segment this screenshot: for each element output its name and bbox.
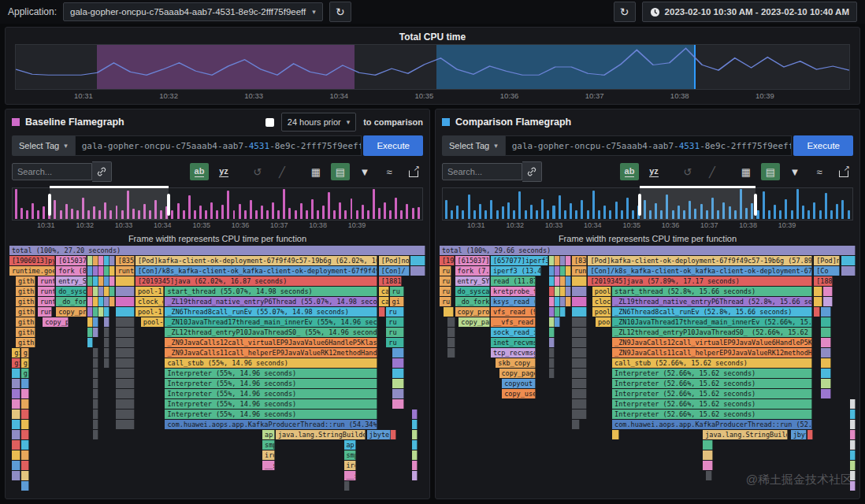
flame-cell[interactable]: ru — [386, 338, 403, 347]
flame-cell[interactable] — [110, 276, 115, 286]
flame-cell[interactable] — [116, 369, 135, 378]
flame-cell[interactable] — [93, 348, 98, 358]
flame-cell[interactable] — [821, 307, 832, 317]
flame-cell[interactable]: vfs_read (9. — [491, 307, 536, 317]
flame-cell[interactable]: copy_pag — [458, 317, 490, 327]
baseline-query-input[interactable]: gala-gopher-oncpu-c75aaab4-aab7-4531-8e9… — [75, 135, 362, 156]
comparison-search-input[interactable] — [442, 163, 522, 180]
flame-cell[interactable]: __vfs_read ( — [491, 317, 536, 327]
flame-cell[interactable] — [447, 348, 456, 358]
flame-cell[interactable]: runti — [572, 266, 587, 276]
flame-cell[interactable]: [Con]/k8s_kafka-client-ok_kafka-client-o… — [588, 266, 811, 276]
app-refresh-button[interactable]: ↻ — [329, 2, 351, 22]
flame-cell[interactable]: [Con]/k8s_kafka-client-ok_kafka-client-o… — [136, 266, 377, 276]
flame-cell[interactable] — [116, 420, 135, 429]
flame-cell[interactable] — [572, 276, 587, 286]
flame-cell[interactable] — [116, 389, 135, 398]
flame-cell[interactable]: kretprobe_tr — [491, 287, 536, 296]
flame-cell[interactable]: Interpreter (52.66%, 15.62 seconds) — [612, 369, 811, 378]
flame-cell[interactable]: tcp_recvmsg — [491, 348, 536, 358]
flame-cell[interactable] — [379, 307, 385, 317]
flame-cell[interactable] — [21, 399, 30, 409]
flame-cell[interactable]: github — [16, 317, 35, 327]
flame-cell[interactable]: ru — [440, 287, 451, 296]
flame-cell[interactable] — [12, 440, 20, 450]
flame-cell[interactable] — [110, 256, 115, 265]
flame-cell[interactable]: runti — [116, 266, 135, 276]
highlight-icon[interactable]: ╱ — [273, 163, 291, 180]
flame-cell[interactable] — [12, 450, 20, 460]
flame-cell[interactable] — [412, 420, 418, 429]
table-view-icon[interactable]: ▦ — [306, 163, 325, 180]
flame-cell[interactable] — [814, 307, 819, 317]
flame-cell[interactable] — [823, 297, 833, 306]
flame-cell[interactable] — [612, 430, 618, 439]
flame-cell[interactable] — [447, 317, 456, 327]
flame-cell[interactable]: ru — [440, 276, 451, 286]
flame-cell[interactable] — [104, 328, 110, 337]
flame-cell[interactable]: copyout ( — [502, 379, 536, 388]
flame-cell[interactable]: [18813 — [379, 276, 403, 286]
flame-cell[interactable]: pool-1- — [136, 287, 164, 296]
flame-cell[interactable]: java.lang.StringBuilder::appe — [703, 430, 788, 439]
flame-cell[interactable] — [12, 410, 20, 419]
flame-cell[interactable]: ru — [386, 317, 403, 327]
flame-cell[interactable] — [104, 317, 110, 327]
flame-cell[interactable]: _ZN9JavaCalls11call_helperEP9JavaValueRK… — [612, 348, 811, 358]
sandwich-view-icon[interactable]: ▤ — [761, 163, 780, 180]
flame-cell[interactable] — [93, 369, 98, 378]
flame-cell[interactable]: Interpreter (55%, 14.96 seconds) — [165, 389, 377, 398]
flame-cell[interactable] — [572, 420, 581, 429]
flame-cell[interactable] — [116, 287, 135, 296]
flame-cell[interactable]: [Pod]n — [814, 256, 840, 265]
flame-cell[interactable] — [87, 338, 93, 347]
flame-cell[interactable] — [821, 358, 832, 368]
flame-cell[interactable] — [344, 481, 351, 491]
diff-view-icon[interactable]: ≈ — [380, 163, 399, 180]
baseline-link-button[interactable] — [92, 161, 112, 182]
flame-cell[interactable]: runti — [38, 276, 55, 286]
flame-cell[interactable] — [93, 328, 98, 337]
flame-cell[interactable] — [116, 297, 135, 306]
flame-cell[interactable] — [21, 440, 30, 450]
flame-cell[interactable] — [850, 420, 856, 429]
flame-cell[interactable]: [2019345]java (62.02%, 16.87 seconds) — [136, 276, 377, 286]
flame-cell[interactable]: Interpreter (55%, 14.96 seconds) — [165, 379, 377, 388]
time-range-button[interactable]: 2023-02-10 10:30 AM - 2023-02-10 10:40 A… — [642, 2, 857, 22]
flame-cell[interactable]: entry_SYS — [56, 276, 87, 286]
flame-cell[interactable]: copy_page — [499, 369, 536, 378]
flame-cell[interactable] — [706, 471, 712, 480]
flame-cell[interactable] — [572, 328, 587, 337]
flame-cell[interactable] — [12, 471, 20, 480]
flame-cell[interactable]: ru — [390, 287, 404, 296]
flame-cell[interactable]: clock_g — [136, 297, 164, 306]
flame-cell[interactable]: [1906013]pyrosc — [9, 256, 55, 265]
flame-cell[interactable] — [116, 307, 135, 317]
flame-cell[interactable] — [572, 287, 587, 296]
flame-cell[interactable]: copy_proc — [56, 307, 87, 317]
flame-cell[interactable]: start_thread (52.8%, 15.66 seconds) — [612, 287, 811, 296]
flame-cell[interactable]: [83560 — [116, 256, 135, 265]
fit-head-icon[interactable]: ab — [190, 163, 209, 180]
flame-cell[interactable] — [566, 266, 571, 276]
flame-cell[interactable]: do_syscal — [56, 287, 87, 296]
comparison-link-button[interactable] — [522, 161, 542, 182]
comparison-timeline-brush[interactable] — [640, 186, 755, 220]
flame-cell[interactable] — [412, 430, 418, 439]
flame-cell[interactable]: __s — [262, 461, 275, 470]
flame-cell[interactable]: github — [16, 328, 35, 337]
flame-cell[interactable] — [12, 420, 20, 429]
flame-cell[interactable] — [572, 379, 587, 388]
flame-cell[interactable]: github — [16, 297, 35, 306]
flame-cell[interactable]: [657077]iperf3 (14. — [491, 256, 548, 265]
brush-handle-left[interactable] — [638, 194, 641, 216]
flame-cell[interactable] — [850, 410, 856, 419]
sandwich-view-icon[interactable]: ▤ — [331, 163, 350, 180]
flame-cell[interactable] — [116, 399, 135, 409]
flame-cell[interactable]: fork (7.5 — [455, 266, 490, 276]
flame-cell[interactable]: call_stub (52.66%, 15.62 seconds) — [612, 358, 811, 368]
flame-cell[interactable]: inet_recvmsg — [491, 338, 536, 347]
flame-cell[interactable] — [104, 276, 110, 286]
flame-cell[interactable] — [572, 369, 587, 378]
flame-cell[interactable] — [566, 287, 571, 296]
